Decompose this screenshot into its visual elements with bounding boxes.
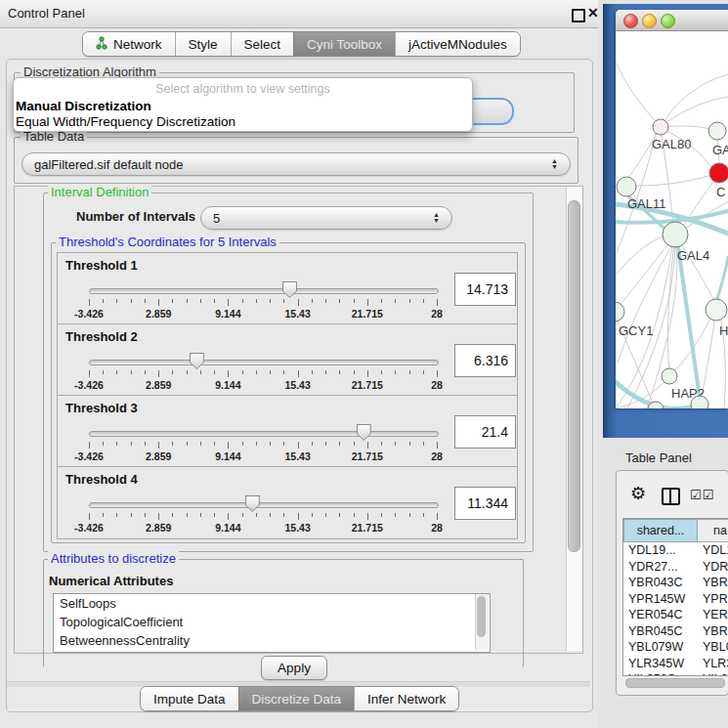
slider-tick (103, 370, 104, 374)
table-header-shared[interactable]: shared... (623, 519, 698, 542)
threshold-label: Threshold 3 (65, 401, 138, 415)
slider-tick (409, 299, 410, 303)
slider-tick (103, 299, 104, 303)
slider-tick (200, 370, 201, 374)
threshold-value-field[interactable]: 14.713 (454, 273, 516, 306)
table-row[interactable]: YBL079WYBL0 (623, 639, 728, 656)
slider-track[interactable] (89, 288, 439, 294)
threshold-panel-2: Threshold 2-3.4262.8599.14415.4321.71528… (57, 323, 518, 397)
num-intervals-value: 5 (213, 211, 220, 226)
split-table-icon[interactable] (662, 488, 680, 505)
attribute-list-item[interactable]: BetweennessCentrality (54, 631, 490, 650)
slider-track[interactable] (89, 431, 439, 437)
table-cell-shared-name: YDR27... (623, 560, 698, 574)
table-hscrollbar-thumb[interactable] (625, 678, 725, 688)
slider-tick (131, 299, 132, 303)
network-edge (702, 310, 716, 397)
float-icon[interactable] (572, 9, 585, 22)
algorithm-option-manual[interactable]: Manual Discretization (16, 99, 151, 113)
slider-thumb[interactable] (190, 353, 204, 369)
algorithm-popup-hint: Select algorithm to view settings (14, 82, 472, 96)
network-node[interactable] (691, 396, 708, 408)
control-panel-window: Control Panel ✕ NetworkStyleSelectCyni T… (0, 0, 598, 728)
control-panel-titlebar: Control Panel ✕ (0, 0, 598, 28)
node-table[interactable]: shared... na YDL19...YDL1YDR27...YDR2YBR… (622, 518, 728, 676)
attribute-list-item[interactable]: SelfLoops (54, 594, 490, 613)
tab-impute-data[interactable]: Impute Data (141, 687, 238, 710)
slider-tick (158, 299, 159, 306)
table-row[interactable]: YBR045CYBR0 (623, 623, 728, 640)
slider-tick (172, 513, 173, 517)
network-node-gal11[interactable] (617, 177, 636, 196)
zoom-traffic-light-icon[interactable] (661, 14, 675, 28)
slider-scale-label: 15.43 (271, 522, 325, 534)
close-traffic-light-icon[interactable] (623, 14, 638, 28)
numerical-attributes-list[interactable]: SelfLoopsTopologicalCoefficientBetweenne… (53, 593, 491, 653)
tab-label: Network (113, 37, 162, 52)
close-icon[interactable]: ✕ (587, 5, 599, 21)
slider-tick (200, 442, 201, 446)
table-row[interactable]: YER054CYER0 (623, 607, 728, 623)
attribute-list-item[interactable]: TopologicalCoefficient (54, 613, 490, 631)
threshold-value-field[interactable]: 6.316 (454, 344, 516, 377)
table-row[interactable]: YPR145WYPR1 (623, 591, 728, 608)
threshold-panel-1: Threshold 1-3.4262.8599.14415.4321.71528… (57, 252, 518, 325)
num-intervals-combo[interactable]: 5 ▲▼ (200, 206, 452, 230)
table-row[interactable]: YLR345WYLR3 (623, 656, 728, 672)
settings-scrollbar-thumb[interactable] (568, 200, 580, 552)
slider-tick (256, 513, 257, 517)
slider-thumb[interactable] (282, 281, 297, 298)
slider-tick (339, 513, 340, 517)
slider-tick (339, 370, 340, 374)
slider-tick (242, 442, 243, 446)
apply-button[interactable]: Apply (261, 656, 327, 680)
network-node-c[interactable] (709, 163, 728, 183)
algorithm-option-equal-width[interactable]: Equal Width/Frequency Discretization (16, 114, 236, 129)
threshold-value-field[interactable]: 21.4 (454, 415, 516, 449)
table-cell-shared-name: YBR043C (623, 576, 698, 589)
tab-style[interactable]: Style (175, 32, 231, 56)
checkbox-icons[interactable]: ☑☑ (690, 488, 714, 502)
tab-infer-network[interactable]: Infer Network (354, 687, 458, 710)
top-tab-bar: NetworkStyleSelectCyni ToolboxjActiveMNo… (82, 31, 521, 57)
slider-tick (214, 513, 215, 517)
tab-jactivemnodules[interactable]: jActiveMNodules (395, 32, 520, 56)
network-node-gal80[interactable] (653, 119, 668, 135)
slider-tick (131, 370, 132, 374)
network-node-h[interactable] (706, 299, 727, 321)
network-node-gal4[interactable] (663, 222, 688, 247)
table-header-name[interactable]: na (698, 519, 728, 542)
slider-tick (312, 370, 313, 374)
gear-icon[interactable]: ⚙ (630, 485, 646, 502)
slider-tick (187, 442, 188, 446)
slider-tick (158, 513, 159, 520)
slider-track[interactable] (89, 502, 439, 508)
table-data-combo[interactable]: galFiltered.sif default node ▲▼ (21, 152, 571, 176)
attributes-scrollbar-thumb[interactable] (477, 596, 486, 637)
tab-select[interactable]: Select (231, 32, 294, 56)
slider-thumb[interactable] (357, 424, 371, 441)
slider-tick (270, 299, 271, 303)
tab-label: Discretize Data (252, 692, 342, 707)
network-node-ga[interactable] (708, 122, 726, 140)
network-edge (666, 97, 728, 122)
threshold-value-field[interactable]: 11.344 (454, 487, 516, 520)
table-row[interactable]: YDL19...YDL1 (623, 542, 728, 559)
slider-tick (283, 442, 284, 446)
table-row[interactable]: YDR27...YDR2 (623, 559, 728, 576)
network-canvas[interactable]: GAL80GACGAL11GAL4GCY1HHAP2 (616, 30, 728, 408)
network-node-hap2[interactable] (662, 368, 677, 384)
slider-tick (145, 442, 146, 446)
slider-tick (242, 370, 243, 374)
minimize-traffic-light-icon[interactable] (642, 14, 657, 28)
slider-track[interactable] (89, 360, 439, 365)
tab-label: jActiveMNodules (408, 37, 507, 52)
slider-thumb[interactable] (245, 495, 260, 512)
slider-tick (187, 370, 188, 374)
tab-cyni-toolbox[interactable]: Cyni Toolbox (293, 32, 395, 56)
slider-tick (214, 442, 215, 446)
network-node-gcy1[interactable] (616, 302, 624, 321)
table-row[interactable]: YBR043CYBR0 (623, 575, 728, 591)
tab-discretize-data[interactable]: Discretize Data (238, 687, 355, 710)
tab-network[interactable]: Network (83, 32, 175, 56)
